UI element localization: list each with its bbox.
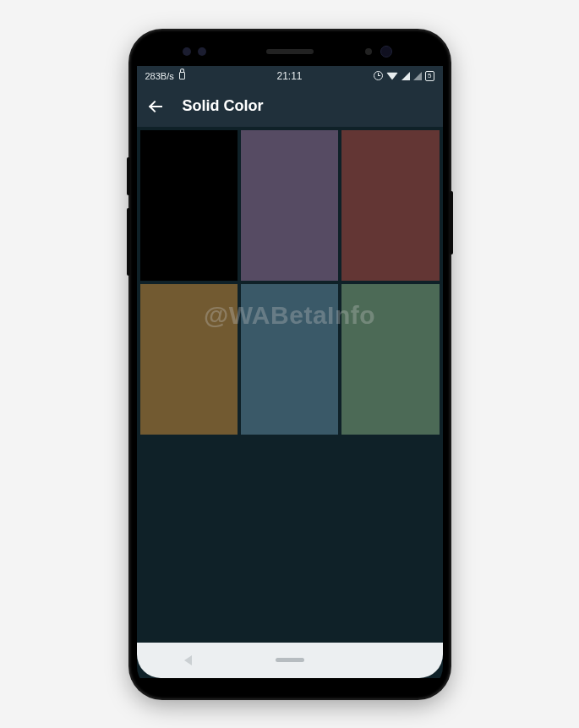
phone-bezel: 283B/s 21:11 5 Solid Color @WABetaInfo [137,37,443,692]
color-swatch-grid [137,127,443,643]
signal-icon-secondary [413,72,422,80]
battery-badge: 5 [425,71,434,81]
alarm-icon [374,71,383,80]
nav-home-pill[interactable] [276,658,304,662]
volume-down-button [127,208,130,276]
sensor-bar [137,37,443,66]
status-bar: 283B/s 21:11 5 [137,66,443,86]
color-swatch-muted-green[interactable] [341,284,439,435]
color-swatch-dark-maroon[interactable] [341,130,439,281]
volume-up-button [127,157,130,195]
sensor-dot [183,47,191,56]
earpiece-speaker [266,49,314,54]
sensor-dot [198,47,206,56]
app-bar: Solid Color [137,86,443,127]
android-nav-bar [137,643,443,678]
phone-screen: 283B/s 21:11 5 Solid Color @WABetaInfo [137,66,443,678]
color-swatch-slate-blue[interactable] [241,284,338,435]
phone-chin [137,678,443,692]
proximity-sensor [365,48,372,55]
phone-frame: 283B/s 21:11 5 Solid Color @WABetaInfo [130,30,450,698]
back-arrow-icon[interactable] [149,99,164,114]
color-swatch-black[interactable] [140,130,238,281]
front-camera [380,46,392,57]
network-speed: 283B/s [145,71,174,81]
status-time: 21:11 [276,70,302,82]
nav-back-icon[interactable] [184,655,192,665]
color-swatch-muted-purple[interactable] [241,130,338,281]
power-button [450,191,453,255]
app-bar-title: Solid Color [183,97,264,115]
lock-icon [179,72,185,79]
color-swatch-olive-brown[interactable] [140,284,238,435]
signal-icon [401,72,410,80]
wifi-icon [386,72,398,79]
